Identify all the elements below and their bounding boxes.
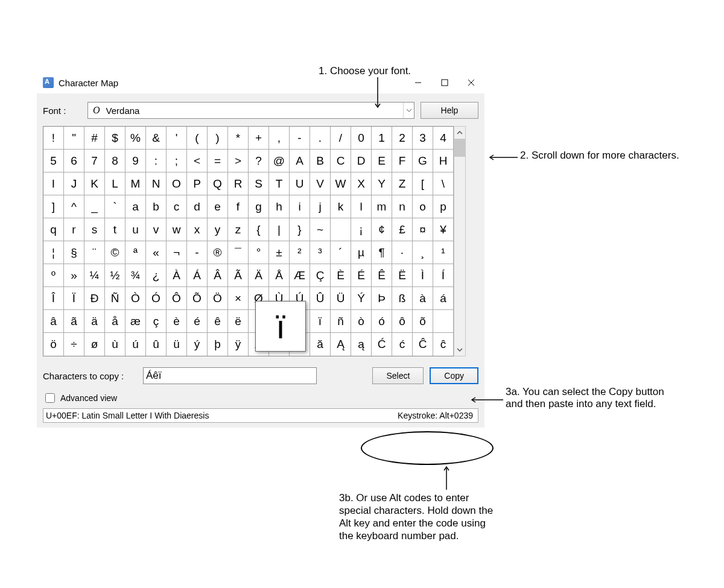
scrollbar[interactable]: [454, 126, 466, 356]
character-cell[interactable]: Y: [372, 172, 392, 195]
character-cell[interactable]: é: [187, 310, 208, 333]
character-cell[interactable]: \: [433, 172, 454, 195]
copy-button[interactable]: Copy: [430, 367, 478, 384]
character-cell[interactable]: d: [187, 195, 208, 218]
character-cell[interactable]: 3: [413, 127, 433, 150]
character-cell[interactable]: ÷: [64, 333, 84, 356]
character-cell[interactable]: [331, 218, 351, 241]
character-cell[interactable]: n: [392, 195, 413, 218]
character-cell[interactable]: x: [187, 218, 208, 241]
character-cell[interactable]: ¾: [125, 264, 146, 287]
character-cell[interactable]: ¸: [413, 241, 433, 264]
character-cell[interactable]: Ê: [372, 264, 392, 287]
character-cell[interactable]: i: [290, 195, 310, 218]
character-cell[interactable]: á: [433, 287, 454, 310]
character-cell[interactable]: 6: [64, 150, 84, 172]
character-cell[interactable]: /: [331, 127, 351, 150]
advanced-view-checkbox[interactable]: [45, 393, 55, 403]
character-cell[interactable]: W: [331, 172, 351, 195]
character-cell[interactable]: õ: [413, 310, 433, 333]
character-cell[interactable]: à: [413, 287, 433, 310]
character-cell[interactable]: ~: [310, 218, 331, 241]
character-cell[interactable]: b: [146, 195, 167, 218]
character-cell[interactable]: Í: [433, 264, 454, 287]
character-cell[interactable]: Û: [310, 287, 331, 310]
character-cell[interactable]: Ć: [372, 333, 392, 356]
character-cell[interactable]: É: [351, 264, 372, 287]
character-cell[interactable]: 9: [125, 150, 146, 172]
character-cell[interactable]: ¦: [43, 241, 64, 264]
character-cell[interactable]: -: [290, 127, 310, 150]
character-cell[interactable]: j: [310, 195, 331, 218]
character-cell[interactable]: ć: [392, 333, 413, 356]
character-cell[interactable]: |: [269, 218, 290, 241]
character-cell[interactable]: #: [84, 127, 105, 150]
character-cell[interactable]: C: [331, 150, 351, 172]
character-cell[interactable]: 8: [105, 150, 125, 172]
character-cell[interactable]: ®: [208, 241, 228, 264]
character-cell[interactable]: Ô: [167, 287, 187, 310]
character-cell[interactable]: ': [167, 127, 187, 150]
character-cell[interactable]: ": [64, 127, 84, 150]
character-cell[interactable]: ¬: [167, 241, 187, 264]
maximize-button[interactable]: [431, 74, 458, 92]
character-cell[interactable]: Õ: [187, 287, 208, 310]
character-cell[interactable]: ): [208, 127, 228, 150]
character-cell[interactable]: }: [290, 218, 310, 241]
character-cell[interactable]: ĉ: [433, 333, 454, 356]
character-cell[interactable]: t: [105, 218, 125, 241]
character-cell[interactable]: æ: [125, 310, 146, 333]
character-cell[interactable]: £: [392, 218, 413, 241]
character-cell[interactable]: g: [249, 195, 269, 218]
character-cell[interactable]: ×: [228, 287, 249, 310]
close-button[interactable]: [458, 74, 484, 92]
character-cell[interactable]: Ç: [310, 264, 331, 287]
character-cell[interactable]: M: [125, 172, 146, 195]
character-cell[interactable]: Ü: [331, 287, 351, 310]
character-cell[interactable]: V: [310, 172, 331, 195]
character-cell[interactable]: º: [43, 264, 64, 287]
character-cell[interactable]: Á: [187, 264, 208, 287]
character-cell[interactable]: °: [249, 241, 269, 264]
character-cell[interactable]: +: [249, 127, 269, 150]
character-cell[interactable]: K: [84, 172, 105, 195]
character-cell[interactable]: [433, 310, 454, 333]
character-cell[interactable]: O: [167, 172, 187, 195]
character-cell[interactable]: q: [43, 218, 64, 241]
character-cell[interactable]: «: [146, 241, 167, 264]
character-cell[interactable]: ą: [351, 333, 372, 356]
character-cell[interactable]: þ: [208, 333, 228, 356]
character-cell[interactable]: 7: [84, 150, 105, 172]
character-cell[interactable]: U: [290, 172, 310, 195]
character-cell[interactable]: ³: [310, 241, 331, 264]
character-cell[interactable]: ô: [392, 310, 413, 333]
character-cell[interactable]: R: [228, 172, 249, 195]
character-cell[interactable]: ¡: [351, 218, 372, 241]
character-cell[interactable]: F: [392, 150, 413, 172]
character-cell[interactable]: ë: [228, 310, 249, 333]
character-cell[interactable]: Ý: [351, 287, 372, 310]
character-cell[interactable]: A: [290, 150, 310, 172]
character-cell[interactable]: ^: [64, 195, 84, 218]
help-button[interactable]: Help: [421, 102, 478, 119]
character-cell[interactable]: Z: [392, 172, 413, 195]
character-cell[interactable]: *: [228, 127, 249, 150]
character-cell[interactable]: 4: [433, 127, 454, 150]
character-cell[interactable]: ó: [372, 310, 392, 333]
character-cell[interactable]: ù: [105, 333, 125, 356]
character-cell[interactable]: ă: [310, 333, 331, 356]
character-cell[interactable]: o: [413, 195, 433, 218]
character-cell[interactable]: ñ: [331, 310, 351, 333]
character-cell[interactable]: Ñ: [105, 287, 125, 310]
character-cell[interactable]: _: [84, 195, 105, 218]
character-cell[interactable]: ;: [167, 150, 187, 172]
character-cell[interactable]: ±: [269, 241, 290, 264]
character-cell[interactable]: 5: [43, 150, 64, 172]
character-cell[interactable]: e: [208, 195, 228, 218]
character-cell[interactable]: û: [146, 333, 167, 356]
character-cell[interactable]: ¤: [413, 218, 433, 241]
character-cell[interactable]: ø: [84, 333, 105, 356]
character-cell[interactable]: Ï: [64, 287, 84, 310]
character-cell[interactable]: f: [228, 195, 249, 218]
character-cell[interactable]: L: [105, 172, 125, 195]
